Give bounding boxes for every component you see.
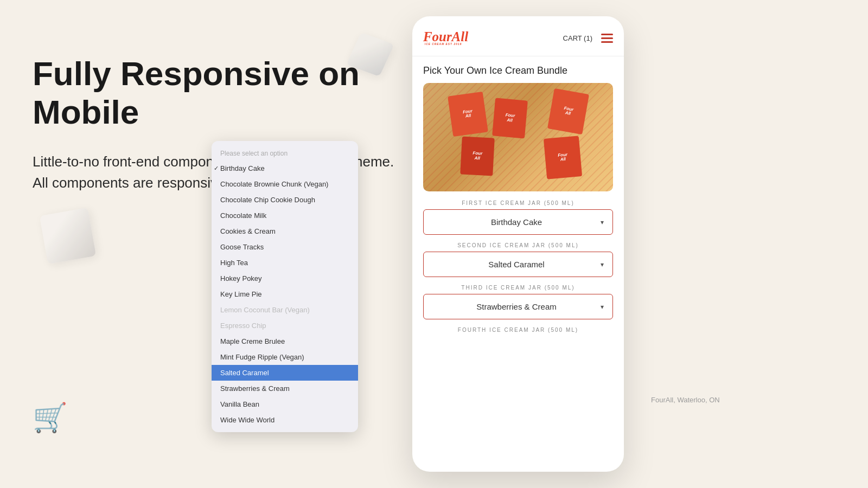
jar3-value: Strawberries & Cream (432, 302, 601, 311)
cart-icon-area: 🛒 (33, 401, 76, 445)
jar4-label: FOURTH ICE CREAM JAR (500 ML) (423, 327, 613, 333)
brand-logo: FourAll ICE CREAM EST 2016 (423, 26, 472, 50)
dropdown-item[interactable]: Wide Wide World (212, 412, 358, 428)
jar3-select[interactable]: Strawberries & Cream ▾ (423, 294, 613, 319)
ice-cream-box-2: FourAll (492, 98, 528, 139)
jar3-select-wrapper: Strawberries & Cream ▾ (423, 294, 613, 319)
dropdown-item[interactable]: Espresso Chip (212, 318, 358, 333)
jar2-arrow-icon: ▾ (601, 261, 604, 268)
flavor-dropdown[interactable]: Please select an option Birthday CakeCho… (212, 141, 358, 432)
phone-header: FourAll ICE CREAM EST 2016 CART (1) (412, 16, 624, 56)
dropdown-item[interactable]: Cookies & Cream (212, 223, 358, 239)
main-heading: Fully Responsive on Mobile (33, 54, 401, 132)
jar2-select-wrapper: Salted Caramel ▾ (423, 252, 613, 277)
ice-cream-box-3: FourAll (547, 88, 589, 134)
dropdown-item[interactable]: Goose Tracks (212, 239, 358, 255)
jar2-label: SECOND ICE CREAM JAR (500 ML) (423, 242, 613, 248)
decorative-cube-2 (40, 208, 96, 264)
dropdown-item[interactable]: Birthday Cake (212, 160, 358, 176)
dropdown-item[interactable]: Lemon Coconut Bar (Vegan) (212, 302, 358, 318)
dropdown-item[interactable]: High Tea (212, 255, 358, 271)
fourall-logo-svg: FourAll ICE CREAM EST 2016 (423, 26, 472, 48)
store-location: FourAll, Waterloo, ON (651, 396, 720, 404)
hamburger-menu[interactable] (601, 34, 613, 43)
hamburger-line-2 (601, 37, 613, 39)
ice-cream-box-4: FourAll (460, 136, 495, 176)
ice-cream-box-1: FourAll (448, 92, 488, 137)
jar1-select-wrapper: Birthday Cake ▾ (423, 209, 613, 235)
phone-mockup: FourAll ICE CREAM EST 2016 CART (1) Pick… (412, 16, 624, 472)
phone-body: Pick Your Own Ice Cream Bundle FourAll F… (412, 56, 624, 472)
brand-name: FourAll ICE CREAM EST 2016 (423, 34, 472, 51)
hamburger-line-3 (601, 41, 613, 43)
jar3-label: THIRD ICE CREAM JAR (500 ML) (423, 285, 613, 291)
jar2-value: Salted Caramel (432, 260, 601, 269)
jar1-value: Birthday Cake (432, 217, 601, 227)
jar3-arrow-icon: ▾ (601, 303, 604, 311)
jar1-arrow-icon: ▾ (601, 219, 604, 226)
dropdown-item[interactable]: Strawberries & Cream (212, 381, 358, 396)
dropdown-item[interactable]: Chocolate Milk (212, 208, 358, 223)
dropdown-items-list: Birthday CakeChocolate Brownie Chunk (Ve… (212, 160, 358, 428)
product-image: FourAll FourAll FourAll FourAll FourAll (423, 83, 613, 191)
jar2-select[interactable]: Salted Caramel ▾ (423, 252, 613, 277)
ice-cream-box-5: FourAll (544, 136, 582, 179)
dropdown-item[interactable]: Mint Fudge Ripple (Vegan) (212, 349, 358, 365)
header-right: CART (1) (563, 34, 613, 43)
jar1-select[interactable]: Birthday Cake ▾ (423, 209, 613, 235)
cart-label[interactable]: CART (1) (563, 34, 592, 42)
jar1-label: FIRST ICE CREAM JAR (500 ML) (423, 200, 613, 206)
hamburger-line-1 (601, 34, 613, 35)
svg-text:FourAll: FourAll (423, 29, 468, 44)
dropdown-item[interactable]: Key Lime Pie (212, 286, 358, 302)
dropdown-item[interactable]: Chocolate Brownie Chunk (Vegan) (212, 176, 358, 192)
dropdown-item[interactable]: Vanilla Bean (212, 396, 358, 412)
dropdown-header: Please select an option (212, 145, 358, 160)
dropdown-item[interactable]: Salted Caramel (212, 365, 358, 381)
dropdown-item[interactable]: Maple Creme Brulee (212, 333, 358, 349)
dropdown-item[interactable]: Chocolate Chip Cookie Dough (212, 192, 358, 208)
product-title: Pick Your Own Ice Cream Bundle (423, 65, 613, 76)
shopping-cart-icon: 🛒 (33, 402, 68, 433)
svg-text:ICE CREAM    EST 2016: ICE CREAM EST 2016 (425, 43, 462, 46)
dropdown-item[interactable]: Hokey Pokey (212, 271, 358, 286)
